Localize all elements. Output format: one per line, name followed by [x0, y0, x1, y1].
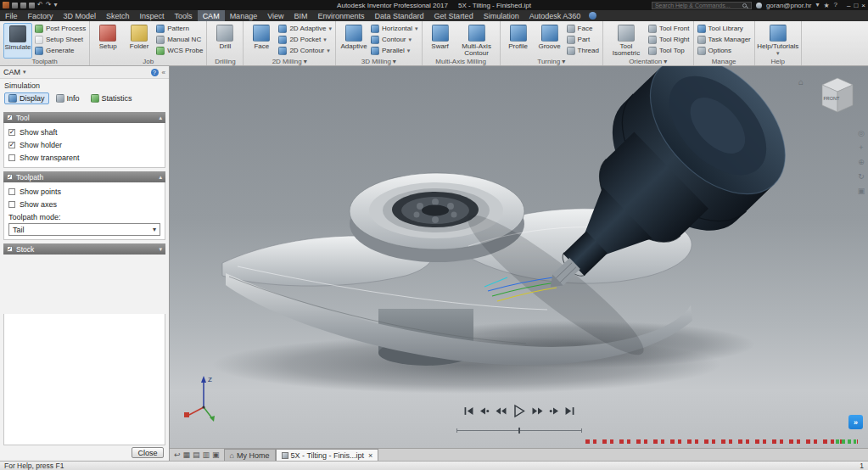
search-input[interactable]	[655, 3, 740, 8]
rewind-button[interactable]	[496, 406, 507, 416]
show-holder-row[interactable]: ✓ Show holder	[8, 138, 160, 151]
zoom-icon[interactable]: ⊕	[856, 158, 866, 166]
tab-my-home[interactable]: ⌂ My Home	[224, 449, 276, 461]
display-button[interactable]: Display	[4, 92, 49, 104]
turning-face-button[interactable]: Face	[567, 23, 599, 34]
redo-icon[interactable]: ↷	[46, 2, 52, 8]
group-label-drilling[interactable]: Drilling	[207, 57, 243, 65]
simulation-progress-slider[interactable]	[456, 430, 582, 431]
step-back-button[interactable]	[479, 406, 490, 416]
turning-thread-button[interactable]: Thread	[567, 45, 599, 56]
options-button[interactable]: Options	[697, 45, 751, 56]
group-label-job[interactable]: Job	[90, 57, 206, 65]
tool-section-chevron-icon[interactable]: ▴	[159, 115, 162, 121]
stock-visible-checkbox[interactable]: ✓	[7, 246, 13, 252]
favorites-icon[interactable]: ★	[823, 2, 829, 9]
collision-timeline[interactable]	[585, 439, 858, 444]
tile-view-icon[interactable]: ▦	[183, 450, 191, 459]
orbit-icon[interactable]: ↻	[856, 172, 866, 181]
toolpath-mode-select[interactable]: Tail ▾	[8, 223, 160, 236]
ribbon-options-icon[interactable]	[589, 12, 596, 20]
stock-section-chevron-icon[interactable]: ▾	[159, 246, 162, 253]
parallel-button[interactable]: Parallel ▾	[371, 45, 418, 56]
maximize-button[interactable]: □	[854, 2, 858, 9]
horizontal-view-icon[interactable]: ▤	[193, 450, 200, 459]
tab-simulation[interactable]: Simulation	[479, 10, 524, 21]
save-icon[interactable]	[29, 3, 35, 8]
tab-factory[interactable]: Factory	[23, 10, 59, 21]
horizontal-button[interactable]: Horizontal ▾	[371, 23, 418, 34]
adaptive-button[interactable]: Adaptive	[339, 23, 368, 59]
group-label-manage[interactable]: Manage	[694, 57, 754, 65]
2d-contour-button[interactable]: 2D Contour ▾	[278, 45, 332, 56]
tab-inspect[interactable]: Inspect	[135, 10, 170, 21]
view-cube[interactable]: ⌂ FRONT	[797, 73, 860, 120]
screencast-icon[interactable]: »	[848, 415, 863, 429]
tool-right-button[interactable]: Tool Right	[648, 34, 690, 45]
info-button[interactable]: Info	[52, 92, 84, 104]
toolpath-section-chevron-icon[interactable]: ▴	[159, 174, 162, 181]
tab-bim[interactable]: BIM	[289, 10, 313, 21]
skip-to-start-button[interactable]	[464, 406, 473, 416]
look-at-icon[interactable]: ▣	[856, 187, 866, 195]
open-file-icon[interactable]	[20, 3, 26, 8]
swarf-button[interactable]: Swarf	[426, 23, 455, 59]
group-label-help[interactable]: Help	[755, 57, 801, 65]
inventor-app-icon[interactable]	[3, 2, 9, 8]
tool-top-button[interactable]: Tool Top	[648, 45, 690, 56]
group-label-orientation[interactable]: Orientation▾	[603, 57, 693, 65]
vertical-view-icon[interactable]: ▥	[203, 450, 210, 459]
tool-library-button[interactable]: Tool Library	[697, 23, 751, 34]
post-process-button[interactable]: Post Process	[35, 23, 86, 34]
show-points-checkbox[interactable]	[8, 188, 15, 195]
pan-icon[interactable]: +	[856, 143, 866, 152]
generate-button[interactable]: Generate	[35, 45, 86, 56]
slider-handle[interactable]	[518, 428, 520, 434]
tab-view[interactable]: View	[262, 10, 288, 21]
tool-front-button[interactable]: Tool Front	[648, 23, 690, 34]
viewport-3d[interactable]: ⌂ FRONT ◎ + ⊕ ↻ ▣ Z	[170, 66, 868, 448]
2d-adaptive-button[interactable]: 2D Adaptive ▾	[278, 23, 332, 34]
tab-file[interactable]: File	[0, 10, 23, 21]
user-menu-caret-icon[interactable]: ▾	[815, 2, 819, 8]
toolpath-visible-checkbox[interactable]: ✓	[7, 174, 13, 180]
folder-button[interactable]: Folder	[125, 23, 154, 59]
group-label-multi-axis[interactable]: Multi-Axis Milling	[423, 57, 500, 65]
close-button[interactable]: ×	[861, 2, 865, 9]
show-transparent-checkbox[interactable]	[8, 154, 15, 161]
help-menu-icon[interactable]: ?	[834, 2, 837, 8]
show-shaft-row[interactable]: ✓ Show shaft	[8, 126, 160, 138]
show-points-row[interactable]: Show points	[8, 185, 160, 198]
tab-get-started[interactable]: Get Started	[429, 10, 479, 21]
show-holder-checkbox[interactable]: ✓	[8, 142, 15, 148]
undo-icon[interactable]: ↶	[37, 2, 43, 8]
tab-environments[interactable]: Environments	[313, 10, 370, 21]
tab-document-active[interactable]: 5X - Tilting - Finis...ipt ×	[276, 449, 379, 461]
tab-cam[interactable]: CAM	[198, 10, 225, 21]
tab-tools[interactable]: Tools	[170, 10, 198, 21]
play-button[interactable]	[512, 404, 526, 418]
task-manager-button[interactable]: Task Manager	[697, 34, 751, 45]
toolpath-section-header[interactable]: ✓ Toolpath ▴	[3, 171, 165, 182]
panel-help-icon[interactable]: ?	[151, 69, 159, 76]
show-transparent-row[interactable]: Show transparent	[8, 151, 160, 164]
panel-title-caret-icon[interactable]: ▾	[23, 69, 26, 76]
wcs-probe-button[interactable]: WCS Probe	[156, 45, 203, 56]
skip-to-end-button[interactable]	[565, 406, 574, 416]
group-label-2d-milling[interactable]: 2D Milling▾	[244, 57, 335, 65]
show-shaft-checkbox[interactable]: ✓	[8, 129, 15, 136]
tab-3d-model[interactable]: 3D Model	[59, 10, 102, 21]
simulate-button[interactable]: Simulate	[3, 23, 32, 59]
group-label-turning[interactable]: Turning▾	[501, 57, 602, 65]
tab-data-standard[interactable]: Data Standard	[370, 10, 429, 21]
groove-button[interactable]: Groove	[535, 23, 564, 59]
manual-nc-button[interactable]: Manual NC	[156, 34, 203, 45]
new-file-icon[interactable]	[12, 3, 18, 8]
return-icon[interactable]: ↩	[174, 450, 181, 459]
stock-section-header[interactable]: ✓ Stock ▾	[3, 243, 165, 255]
show-axes-row[interactable]: Show axes	[8, 198, 160, 210]
close-simulation-button[interactable]: Close	[132, 447, 164, 458]
turning-part-button[interactable]: Part	[567, 34, 599, 45]
fast-forward-button[interactable]	[532, 406, 543, 416]
tab-sketch[interactable]: Sketch	[101, 10, 135, 21]
